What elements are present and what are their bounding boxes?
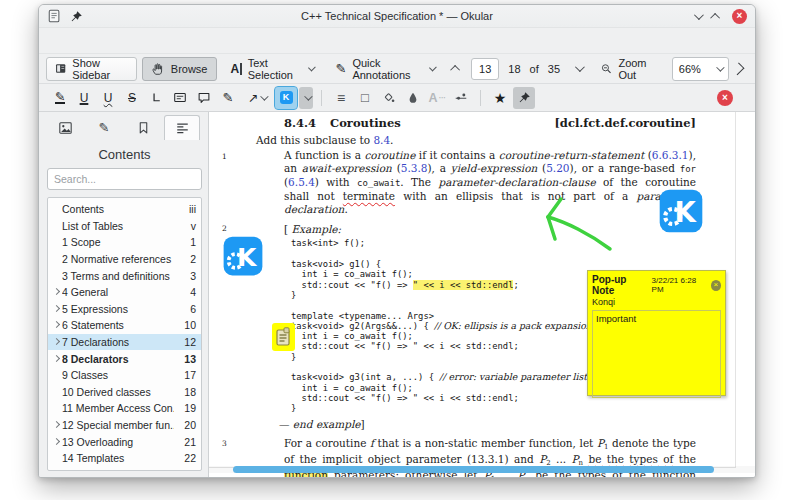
stamp-tool-button[interactable]: K <box>275 87 297 109</box>
pin-icon <box>518 91 531 104</box>
chevron-up-icon <box>451 65 461 75</box>
toc-item[interactable]: 3 Terms and definitions 3 <box>48 267 201 284</box>
toc-item[interactable]: 15 Exception handling 23 <box>48 467 201 472</box>
toc-search-input[interactable]: Search... <box>47 168 202 190</box>
inline-note-tool-button[interactable] <box>169 87 191 109</box>
annotation-color-button[interactable] <box>378 87 400 109</box>
paragraph-1: 1 A function is a coroutine if it contai… <box>284 149 696 216</box>
popup-note-window[interactable]: Pop-up Note 3/22/21 6:28 PM × Konqi Impo… <box>587 270 726 396</box>
expander-icon[interactable] <box>51 337 62 348</box>
toc-item[interactable]: 7 Declarations 12 <box>48 334 201 351</box>
favorites-button[interactable]: ★ <box>489 87 511 109</box>
page-info: 18 of 35 <box>504 63 564 75</box>
menubar <box>39 28 755 53</box>
toc-item[interactable]: 13 Overloading 21 <box>48 433 201 450</box>
popup-note-title: Pop-up Note <box>592 274 649 296</box>
green-ink-arrow-annotation[interactable] <box>534 194 624 259</box>
toc-item[interactable]: List of Tables v <box>48 218 201 235</box>
horizontal-scrollbar-thumb[interactable] <box>233 466 714 473</box>
expander-icon[interactable] <box>51 320 62 331</box>
highlight-tool-button[interactable]: ✎ <box>49 87 71 109</box>
next-page-button[interactable] <box>569 57 587 81</box>
kde-logo-stamp[interactable]: K <box>659 189 703 237</box>
browse-button[interactable]: Browse <box>142 57 217 81</box>
toolbar-overflow-button[interactable] <box>731 62 744 75</box>
zoom-out-button[interactable]: Zoom Out <box>592 57 667 81</box>
page-number-input[interactable]: 13 <box>471 58 499 80</box>
menu-item[interactable] <box>63 37 81 45</box>
titlebar: C++ Technical Specification * — Okular × <box>39 5 755 28</box>
expander-icon[interactable] <box>51 353 62 364</box>
tab-bookmarks[interactable] <box>125 115 161 140</box>
kde-logo-stamp[interactable]: K <box>223 236 263 280</box>
show-sidebar-button[interactable]: Show Sidebar <box>46 57 137 81</box>
toc-item[interactable]: 4 General 4 <box>48 284 201 301</box>
expander-icon[interactable] <box>51 287 62 298</box>
font-button[interactable]: A⋯ <box>426 87 448 109</box>
chevron-down-icon <box>429 63 437 71</box>
toolbar-separator <box>321 90 322 106</box>
expander-icon[interactable] <box>51 420 62 431</box>
popup-note-anchor-icon[interactable] <box>272 323 295 351</box>
advanced-settings-button[interactable] <box>450 87 472 109</box>
quick-annotations-button[interactable]: ✎ Quick Annotations <box>327 57 443 81</box>
underline-icon: U <box>80 91 89 105</box>
underline-tool-button[interactable]: U <box>73 87 95 109</box>
menu-item[interactable] <box>153 37 171 45</box>
toc-item[interactable]: 2 Normative references 2 <box>48 251 201 268</box>
table-of-contents-icon <box>175 121 190 135</box>
toc-item[interactable]: 8 Declarators 13 <box>48 350 201 367</box>
section-title: Coroutines <box>330 116 401 130</box>
popup-note-close-button[interactable]: × <box>711 280 721 291</box>
tab-annotations[interactable]: ✎ <box>86 115 122 140</box>
tab-contents[interactable] <box>164 115 200 140</box>
toc-item[interactable]: Contents iii <box>48 201 201 218</box>
previous-page-button[interactable] <box>448 57 466 81</box>
typewriter-tool-button[interactable] <box>145 87 167 109</box>
popup-note-tool-button[interactable] <box>193 87 215 109</box>
close-annotation-toolbar-button[interactable]: × <box>717 90 733 106</box>
toc-item[interactable]: 14 Templates 22 <box>48 450 201 467</box>
toc-item[interactable]: 9 Classes 17 <box>48 367 201 384</box>
opacity-button[interactable] <box>402 87 424 109</box>
hand-browse-icon <box>151 62 165 76</box>
okular-app-icon <box>47 9 62 23</box>
chevron-down-icon <box>260 92 268 100</box>
expander-icon[interactable] <box>51 436 62 447</box>
toc-item[interactable]: 12 Special member fun... 20 <box>48 417 201 434</box>
pen-icon: ✎ <box>336 61 347 76</box>
menu-item[interactable] <box>135 37 153 45</box>
menu-item[interactable] <box>45 37 63 45</box>
toc-item[interactable]: 1 Scope 1 <box>48 234 201 251</box>
menu-item[interactable] <box>117 37 135 45</box>
squiggle-tool-button[interactable]: U <box>97 87 119 109</box>
toc-item[interactable]: 11 Member Access Con... 19 <box>48 400 201 417</box>
slider-icon <box>454 91 468 104</box>
menu-item[interactable] <box>171 37 189 45</box>
toc-item[interactable]: 5 Expressions 6 <box>48 301 201 318</box>
document-view[interactable]: 8.4.4 Coroutines [dcl.fct.def.coroutine]… <box>209 112 755 477</box>
annotation-toolbar: ✎ U U S ✎ ↗ K ≡ □ <box>39 84 755 112</box>
close-window-button[interactable]: × <box>732 9 747 24</box>
kde-stamp-icon: K <box>280 91 293 104</box>
menu-item[interactable] <box>81 37 99 45</box>
menu-item[interactable] <box>99 37 117 45</box>
expander-icon[interactable] <box>51 303 62 314</box>
pin-icon <box>70 10 83 23</box>
maximize-button[interactable] <box>710 12 720 22</box>
freehand-ink-tool-button[interactable]: ✎ <box>217 87 239 109</box>
tab-thumbnails[interactable] <box>47 115 83 140</box>
shape-fill-button[interactable]: □ <box>354 87 376 109</box>
line-width-button[interactable]: ≡ <box>330 87 352 109</box>
toc-item[interactable]: 6 Statements 10 <box>48 317 201 334</box>
line-arrow-tool-button[interactable]: ↗ <box>241 87 273 109</box>
stamp-tool-dropdown[interactable] <box>299 87 313 109</box>
zoom-level-combobox[interactable]: 66% <box>672 57 729 81</box>
strikeout-tool-button[interactable]: S <box>121 87 143 109</box>
toc-item[interactable]: 10 Derived classes 18 <box>48 384 201 401</box>
minimize-button[interactable] <box>694 10 704 20</box>
popup-note-body[interactable]: Important <box>592 310 721 398</box>
pin-toolbar-button[interactable] <box>513 87 535 109</box>
inline-note-icon <box>173 91 187 104</box>
text-selection-button[interactable]: A Text Selection <box>222 57 322 81</box>
